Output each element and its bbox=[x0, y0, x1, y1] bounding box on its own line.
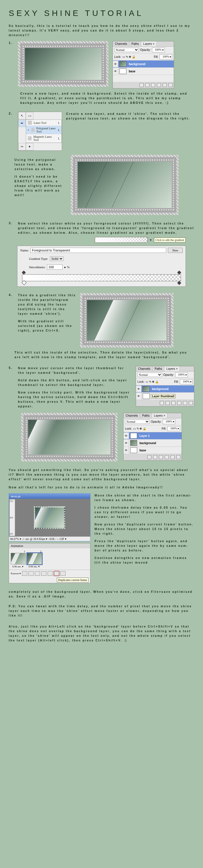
opacity-value[interactable]: 100% ▸ bbox=[152, 48, 165, 52]
tab-channels[interactable]: Channels bbox=[113, 41, 129, 46]
shine-gradient bbox=[87, 300, 141, 341]
step-4-num: 4. bbox=[9, 293, 14, 297]
smooth-label: Smoothness: bbox=[29, 265, 45, 269]
magnetic-lasso-icon bbox=[28, 136, 32, 140]
anim-p5: Continue doingthis on new animation fram… bbox=[95, 556, 194, 565]
fill-value[interactable]: 100% ▸ bbox=[180, 379, 193, 384]
layer-background[interactable]: 👁background bbox=[124, 439, 181, 447]
gradient-bar[interactable] bbox=[22, 274, 181, 281]
canvas-preview[interactable] bbox=[34, 506, 65, 529]
layer-thumbnail-tip[interactable]: 👁 Layer thumbnail bbox=[136, 393, 194, 400]
opt-polygonal-lasso[interactable]: •Polygonal Lasso ToolL bbox=[26, 126, 61, 134]
after5-p1: You should get something like that. So y… bbox=[9, 468, 194, 482]
color-stop-right[interactable] bbox=[177, 281, 181, 285]
step-2-left1: Using the polygonal lasso tool, make a s… bbox=[15, 158, 67, 172]
fill-label: Fill: bbox=[154, 55, 158, 58]
opacity-value[interactable]: 100% ▸ bbox=[175, 372, 188, 377]
layer-base[interactable]: 👁base bbox=[124, 447, 181, 454]
opt-lasso[interactable]: Lasso ToolL bbox=[26, 120, 61, 126]
layers-actions[interactable] bbox=[113, 82, 174, 88]
blend-mode-select[interactable]: Normal bbox=[137, 373, 162, 377]
next-frame-button[interactable] bbox=[41, 571, 46, 576]
step-5-p2: Hold down the Alt button, and left-click… bbox=[18, 378, 132, 388]
duplicate-tooltip: Duplicates current frame bbox=[57, 578, 88, 582]
opacity-label: Opacity: bbox=[140, 48, 151, 52]
opacity-stop-right[interactable] bbox=[177, 271, 181, 275]
opacity-stop-left[interactable] bbox=[22, 271, 26, 275]
loop-select[interactable]: Forever ▾ bbox=[11, 572, 21, 575]
tool-marquee-icon[interactable]: ▭ bbox=[26, 112, 33, 120]
layer-1[interactable]: 👁Layer 1 bbox=[124, 432, 181, 439]
layers-panel-5a: Channels Paths Layers × Normal Opacity: … bbox=[136, 366, 194, 406]
tool-wand-icon[interactable]: ✦ bbox=[26, 143, 33, 151]
play-button[interactable] bbox=[35, 571, 40, 576]
step-4-p1: Then do a gradient like this inside the … bbox=[18, 293, 76, 316]
layers-panel-5b: Channels Paths Layers × Normal Opacity: … bbox=[123, 413, 182, 461]
layer-base[interactable]: 👁 base bbox=[113, 68, 174, 75]
lock-icon[interactable]: ▭ ✎ ✥ 🔒 bbox=[122, 55, 135, 58]
shine-layer bbox=[28, 420, 59, 455]
gradient-picker[interactable] bbox=[95, 237, 148, 243]
gradient-tooltip: Click to edit the gradient bbox=[154, 238, 185, 243]
opt-magnetic-lasso[interactable]: Magnetic Lasso ToolL bbox=[26, 134, 61, 143]
visibility-icon[interactable]: 👁 bbox=[113, 68, 118, 74]
after5-p2: Now all that's left for you to do is to … bbox=[9, 485, 194, 490]
anim-p4: Press the 'duplicate layer' button again… bbox=[95, 539, 194, 553]
lasso-flyout: Lasso ToolL •Polygonal Lasso ToolL Magne… bbox=[26, 120, 62, 143]
tool-lasso-icon[interactable]: ✒ bbox=[18, 120, 26, 127]
tools-palette: ↖ ▭ ✒ Lasso ToolL •Polygonal Lasso ToolL… bbox=[18, 112, 62, 151]
tab-channels[interactable]: Channels bbox=[136, 366, 153, 371]
first-frame-button[interactable] bbox=[22, 571, 27, 576]
stamp-preview-1 bbox=[18, 41, 108, 87]
imageready-window: neon.ps 350400450 66.67% ▾ -/- sec @ 28.… bbox=[9, 493, 91, 541]
tail-3: Also, just like you Alt+Left click on th… bbox=[9, 624, 194, 643]
tab-paths[interactable]: Paths bbox=[129, 41, 141, 46]
step-5-p3: Now comes the tricky part. With the back… bbox=[18, 390, 132, 409]
status-bar: 66.67% ▾ -/- sec @ 28.8 Kbps ▾ ~61K / --… bbox=[9, 536, 90, 541]
anim-frame-1[interactable]: 10.06 sec. ▾ bbox=[11, 550, 25, 568]
step-2-num: 2. bbox=[9, 112, 14, 115]
layers-panel-1: Channels Paths Layers × Normal Opacity: … bbox=[112, 41, 174, 89]
blend-mode-select[interactable]: Normal bbox=[114, 48, 139, 52]
tail-2: P.S: You can tweat with the time delay, … bbox=[9, 604, 194, 618]
gradient-editor: Name: New Gradient Type: Solid Smoothnes… bbox=[17, 246, 186, 287]
page-title: SEXY SHINE TUTORIAL bbox=[9, 9, 194, 18]
duplicate-frame-button[interactable] bbox=[54, 571, 59, 576]
type-label: Gradient Type: bbox=[29, 257, 48, 260]
animation-tab[interactable]: Animation bbox=[9, 544, 90, 548]
layer-background[interactable]: 👁background bbox=[136, 385, 194, 393]
fill-value[interactable]: 100% ▸ bbox=[159, 54, 172, 59]
polygonal-lasso-icon bbox=[31, 128, 34, 132]
step-4-p2: With the gradient still selected (as sho… bbox=[18, 319, 76, 333]
tab-layers[interactable]: Layers × bbox=[164, 366, 180, 371]
visibility-icon[interactable]: 👁 bbox=[113, 61, 118, 67]
tail-1: completely out of the background layer. … bbox=[9, 590, 194, 599]
tool-crop-icon[interactable]: ✂ bbox=[18, 143, 26, 151]
smoothness-input[interactable] bbox=[47, 265, 62, 270]
color-stop-left[interactable] bbox=[22, 280, 27, 285]
tool-move-icon[interactable]: ↖ bbox=[18, 112, 26, 120]
anim-p1: Move the shine at the start in the first… bbox=[95, 493, 194, 503]
prev-frame-button[interactable] bbox=[28, 571, 34, 576]
lasso-icon bbox=[28, 121, 32, 125]
tween-button[interactable] bbox=[48, 571, 53, 576]
step-1-num: 1. bbox=[9, 41, 14, 44]
pct-label: ▸ % bbox=[65, 265, 70, 269]
layer-background[interactable]: 👁 background bbox=[113, 60, 174, 68]
gradient-name-input[interactable] bbox=[30, 248, 166, 253]
anim-frame-2[interactable]: 20.06 sec. ▾ bbox=[27, 550, 42, 568]
tab-paths[interactable]: Paths bbox=[153, 366, 164, 371]
step-2-left2: It doesn't need to be EXACTLY the same, … bbox=[15, 175, 67, 197]
tab-layers[interactable]: Layers × bbox=[141, 41, 157, 46]
delete-frame-button[interactable] bbox=[60, 571, 66, 576]
lasso-selection bbox=[78, 162, 135, 208]
intro-text: So basically, this is a tutorial to teac… bbox=[9, 24, 194, 38]
gradient-type-select[interactable]: Solid bbox=[50, 256, 64, 261]
animation-panel: Animation 10.06 sec. ▾ 20.06 sec. ▾ Fore… bbox=[9, 543, 91, 583]
stamp-preview-4 bbox=[80, 293, 173, 347]
step-2-right: Create a new layer, and name it 'shine'.… bbox=[66, 112, 194, 121]
anim-p3: Now press the 'duplicate current frame' … bbox=[95, 522, 194, 536]
step-5-num: 5. bbox=[9, 366, 14, 370]
step-5-p1: Now move your cursor onto the layer thum… bbox=[18, 366, 132, 375]
new-gradient-button[interactable]: New bbox=[168, 248, 183, 253]
